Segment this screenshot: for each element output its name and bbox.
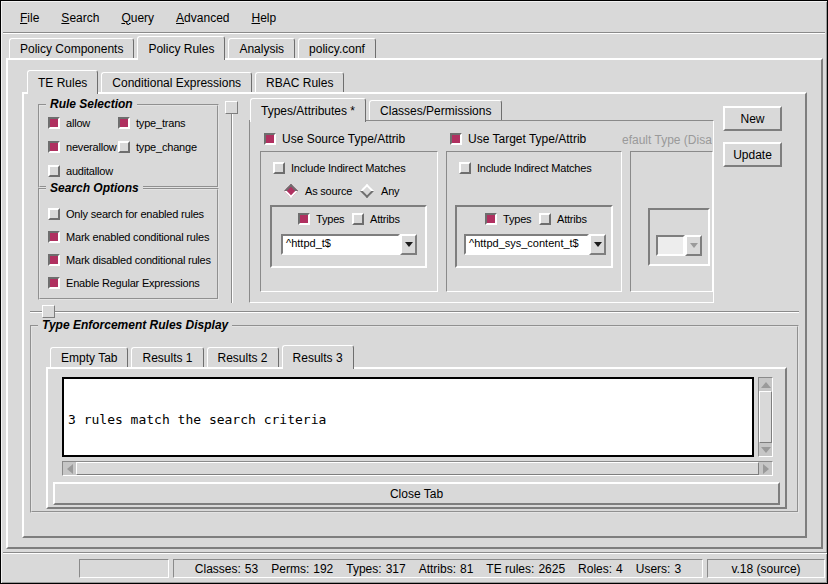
vertical-scroll-thumb[interactable] bbox=[759, 391, 772, 443]
scroll-down-button[interactable] bbox=[759, 443, 772, 456]
checkbox-source-indirect[interactable]: Include Indirect Matches bbox=[273, 162, 405, 174]
results-horizontal-scrollbar[interactable] bbox=[62, 461, 773, 476]
checkbox-label: Types bbox=[316, 213, 344, 225]
tab-policy-rules[interactable]: Policy Rules bbox=[137, 36, 225, 60]
tab-types-attributes[interactable]: Types/Attributes * bbox=[250, 98, 366, 122]
tab-policy-components[interactable]: Policy Components bbox=[9, 38, 134, 58]
menu-search[interactable]: Search bbox=[50, 7, 110, 29]
menu-file[interactable]: File bbox=[9, 7, 50, 29]
source-indirect-checkbox-indicator bbox=[273, 162, 285, 174]
status-empty-segment bbox=[79, 559, 169, 578]
checkbox-mark-enabled-conditional[interactable]: Mark enabled conditional rules bbox=[48, 231, 209, 243]
target-type-combo-value[interactable]: ^httpd_sys_content_t$ bbox=[464, 234, 589, 255]
menu-help[interactable]: Help bbox=[240, 7, 287, 29]
target-type-combobox[interactable]: ^httpd_sys_content_t$ bbox=[464, 234, 606, 255]
source-combo-dropdown-button[interactable] bbox=[400, 234, 417, 255]
scroll-right-button[interactable] bbox=[759, 462, 772, 475]
checkbox-label: Include Indirect Matches bbox=[477, 162, 591, 174]
query-tab-bar: Types/Attributes * Classes/Permissions bbox=[250, 98, 505, 122]
checkbox-label: Include Indirect Matches bbox=[291, 162, 405, 174]
checkbox-enable-regex[interactable]: Enable Regular Expressions bbox=[48, 277, 200, 289]
checkbox-auditallow[interactable]: auditallow bbox=[48, 165, 113, 177]
checkbox-label: Attribs bbox=[557, 213, 587, 225]
use-source-checkbox-indicator bbox=[264, 133, 276, 145]
mark-enabled-checkbox-indicator bbox=[48, 231, 60, 243]
tab-rbac-rules[interactable]: RBAC Rules bbox=[255, 72, 344, 92]
checkbox-label: Enable Regular Expressions bbox=[66, 277, 200, 289]
radio-any[interactable]: Any bbox=[359, 185, 399, 197]
tab-label: RBAC Rules bbox=[266, 76, 333, 90]
checkbox-mark-disabled-conditional[interactable]: Mark disabled conditional rules bbox=[48, 254, 211, 266]
tab-analysis[interactable]: Analysis bbox=[228, 38, 295, 58]
scroll-up-button[interactable] bbox=[759, 378, 772, 391]
radio-as-source[interactable]: As source bbox=[283, 185, 352, 197]
checkbox-use-source[interactable]: Use Source Type/Attrib bbox=[264, 132, 405, 146]
checkbox-allow[interactable]: allow bbox=[48, 117, 90, 129]
arrow-up-icon bbox=[761, 382, 771, 388]
checkbox-label: allow bbox=[66, 117, 90, 129]
source-frame: Include Indirect Matches As source Any T… bbox=[260, 151, 438, 292]
tab-classes-permissions[interactable]: Classes/Permissions bbox=[369, 100, 502, 120]
types-attributes-panel: Use Source Type/Attrib Include Indirect … bbox=[249, 120, 714, 303]
checkbox-label: Mark enabled conditional rules bbox=[66, 231, 209, 243]
tab-results-1[interactable]: Results 1 bbox=[131, 347, 203, 367]
type-trans-checkbox-indicator bbox=[118, 117, 130, 129]
tab-results-3[interactable]: Results 3 bbox=[282, 345, 354, 369]
checkbox-target-indirect[interactable]: Include Indirect Matches bbox=[459, 162, 591, 174]
new-button[interactable]: New bbox=[723, 106, 782, 131]
regex-checkbox-indicator bbox=[48, 277, 60, 289]
tab-label: Policy Components bbox=[20, 42, 123, 56]
horizontal-scroll-thumb[interactable] bbox=[76, 462, 759, 475]
menubar: File Search Query Advanced Help bbox=[3, 3, 825, 32]
update-button-label: Update bbox=[733, 148, 772, 162]
checkbox-target-attribs[interactable]: Attribs bbox=[539, 213, 587, 225]
tab-label: Empty Tab bbox=[61, 351, 117, 365]
neverallow-checkbox-indicator bbox=[48, 141, 60, 153]
checkbox-type-change[interactable]: type_change bbox=[118, 141, 197, 153]
checkbox-type-trans[interactable]: type_trans bbox=[118, 117, 185, 129]
tab-label: TE Rules bbox=[38, 76, 87, 90]
checkbox-source-attribs[interactable]: Attribs bbox=[352, 213, 400, 225]
source-type-combo-value[interactable]: ^httpd_t$ bbox=[281, 234, 400, 255]
source-type-combobox[interactable]: ^httpd_t$ bbox=[281, 234, 417, 255]
results-text-area[interactable]: 3 rules match the search criteria (5822)… bbox=[62, 377, 754, 457]
status-stats-segment: Classes:53 Perms:192 Types:317 Attribs:8… bbox=[173, 559, 703, 578]
target-combo-dropdown-button[interactable] bbox=[589, 234, 606, 255]
mark-disabled-checkbox-indicator bbox=[48, 254, 60, 266]
close-tab-button[interactable]: Close Tab bbox=[53, 482, 780, 505]
stat-te-rules: TE rules:2625 bbox=[486, 562, 565, 576]
checkbox-only-enabled-rules[interactable]: Only search for enabled rules bbox=[48, 208, 204, 220]
tab-te-rules[interactable]: TE Rules bbox=[27, 70, 98, 94]
source-attribs-checkbox-indicator bbox=[352, 213, 364, 225]
tab-label: Classes/Permissions bbox=[380, 104, 491, 118]
type-change-checkbox-indicator bbox=[118, 141, 130, 153]
target-types-checkbox-indicator bbox=[485, 213, 497, 225]
tab-conditional-expressions[interactable]: Conditional Expressions bbox=[101, 72, 252, 92]
tab-empty-tab[interactable]: Empty Tab bbox=[50, 347, 128, 367]
status-version-segment: v.18 (source) bbox=[707, 559, 825, 578]
default-type-inner-frame bbox=[648, 208, 710, 266]
tab-policy-conf[interactable]: policy.conf bbox=[298, 38, 376, 58]
rule-selection-group: Rule Selection allow neverallow auditall… bbox=[38, 104, 219, 188]
arrow-down-icon bbox=[761, 447, 771, 453]
update-button[interactable]: Update bbox=[723, 142, 782, 167]
checkbox-neverallow[interactable]: neverallow bbox=[48, 141, 117, 153]
menu-query[interactable]: Query bbox=[110, 7, 165, 29]
close-tab-button-label: Close Tab bbox=[390, 487, 443, 501]
menu-advanced[interactable]: Advanced bbox=[165, 7, 240, 29]
vertical-sash-handle[interactable] bbox=[225, 101, 238, 114]
checkbox-label: Only search for enabled rules bbox=[66, 208, 204, 220]
checkbox-source-types[interactable]: Types bbox=[298, 213, 344, 225]
results-vertical-scrollbar[interactable] bbox=[758, 377, 773, 457]
tab-results-2[interactable]: Results 2 bbox=[207, 347, 279, 367]
radio-label: Any bbox=[381, 185, 399, 197]
checkbox-target-types[interactable]: Types bbox=[485, 213, 531, 225]
chevron-down-icon bbox=[690, 243, 698, 248]
horizontal-sash-handle[interactable] bbox=[42, 305, 55, 318]
checkbox-use-target[interactable]: Use Target Type/Attrib bbox=[450, 132, 586, 146]
radio-label: As source bbox=[305, 185, 352, 197]
tab-label: Analysis bbox=[239, 42, 284, 56]
target-attribs-checkbox-indicator bbox=[539, 213, 551, 225]
scroll-left-button[interactable] bbox=[63, 462, 76, 475]
tab-label: Results 3 bbox=[293, 351, 343, 365]
